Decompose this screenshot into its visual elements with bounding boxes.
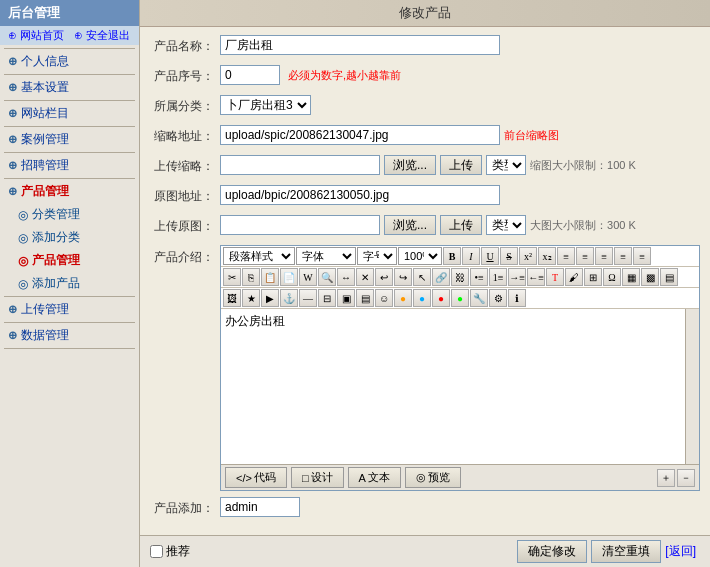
product-no-input[interactable] [220,65,280,85]
media-button[interactable]: ▶ [261,289,279,307]
sidebar-link-exit[interactable]: ⊕ 安全退出 [74,28,130,43]
select-button[interactable]: ↖ [413,268,431,286]
sidebar-item-columns[interactable]: ⊕ 网站栏目 [0,102,139,125]
superscript-button[interactable]: x² [519,247,537,265]
editor-content[interactable]: 办公房出租 [221,309,699,464]
outdent-button[interactable]: ←≡ [527,268,545,286]
paste-word-button[interactable]: W [299,268,317,286]
form-button[interactable]: ▣ [337,289,355,307]
colors3-button[interactable]: ● [413,289,431,307]
recommend-label: 推荐 [166,543,190,560]
bold-button[interactable]: B [443,247,461,265]
misc1-button[interactable]: 🔧 [470,289,488,307]
rule-button[interactable]: — [299,289,317,307]
paste-button[interactable]: 📋 [261,268,279,286]
more-btn2[interactable]: ▩ [641,268,659,286]
original-url-input[interactable] [220,185,500,205]
text-color-button[interactable]: T [546,268,564,286]
sidebar-item-category-mgmt[interactable]: ◎ 分类管理 [0,203,139,226]
find-button[interactable]: 🔍 [318,268,336,286]
colors4-button[interactable]: ● [432,289,450,307]
image-button[interactable]: 🖼 [223,289,241,307]
paragraph-style-select[interactable]: 段落样式 [223,247,295,265]
tab-text[interactable]: A 文本 [348,467,401,488]
size-select[interactable]: 字号 [357,247,397,265]
sidebar-item-data[interactable]: ⊕ 数据管理 [0,324,139,347]
replace-button[interactable]: ↔ [337,268,355,286]
align-justify-button[interactable]: ≡ [614,247,632,265]
confirm-button[interactable]: 确定修改 [517,540,587,563]
colors2-button[interactable]: ● [394,289,412,307]
product-name-input[interactable] [220,35,500,55]
back-link[interactable]: [返回] [665,543,696,560]
upload-thumb-path-input[interactable] [220,155,380,175]
anchor-button[interactable]: ⚓ [280,289,298,307]
misc3-button[interactable]: ℹ [508,289,526,307]
plus-icon: ⊕ [8,55,17,68]
misc2-button[interactable]: ⚙ [489,289,507,307]
align-right-button[interactable]: ≡ [595,247,613,265]
smiley-button[interactable]: ☺ [375,289,393,307]
align-center-button[interactable]: ≡ [576,247,594,265]
paste-text-button[interactable]: 📄 [280,268,298,286]
table2-button[interactable]: ⊟ [318,289,336,307]
bg-color-button[interactable]: 🖌 [565,268,583,286]
sidebar-item-personal[interactable]: ⊕ 个人信息 [0,50,139,73]
collapse-button[interactable]: － [677,469,695,487]
more-btn3[interactable]: ▤ [660,268,678,286]
sidebar-item-product-mgmt[interactable]: ◎ 产品管理 [0,249,139,272]
upload-original-button[interactable]: 上传 [440,215,482,235]
thumb-url-input[interactable] [220,125,500,145]
unlink-button[interactable]: ⛓ [451,268,469,286]
ul-button[interactable]: •≡ [470,268,488,286]
editor-scrollbar[interactable] [685,309,699,464]
thumb-link[interactable]: 前台缩略图 [504,128,559,143]
sidebar-item-recruit[interactable]: ⊕ 招聘管理 [0,154,139,177]
tab-design[interactable]: □ 设计 [291,467,344,488]
sidebar-item-basic[interactable]: ⊕ 基本设置 [0,76,139,99]
recommend-checkbox[interactable] [150,545,163,558]
reset-button[interactable]: 清空重填 [591,540,661,563]
underline-button[interactable]: U [481,247,499,265]
align-left-button[interactable]: ≡ [557,247,575,265]
category-select[interactable]: 卜厂房出租3 [220,95,311,115]
tab-preview[interactable]: ◎ 预览 [405,467,461,488]
subscript-button[interactable]: x₂ [538,247,556,265]
italic-button[interactable]: I [462,247,480,265]
sidebar-item-add-product[interactable]: ◎ 添加产品 [0,272,139,295]
link-button[interactable]: 🔗 [432,268,450,286]
indent-button[interactable]: →≡ [508,268,526,286]
special-char-button[interactable]: Ω [603,268,621,286]
sidebar-item-cases[interactable]: ⊕ 案例管理 [0,128,139,151]
sidebar-item-add-category[interactable]: ◎ 添加分类 [0,226,139,249]
cut2-button[interactable]: ✕ [356,268,374,286]
sidebar-link-home[interactable]: ⊕ 网站首页 [8,28,64,43]
undo-button[interactable]: ↩ [375,268,393,286]
more-align-button[interactable]: ≡ [633,247,651,265]
expand-button[interactable]: ＋ [657,469,675,487]
form2-button[interactable]: ▤ [356,289,374,307]
browse-original-button[interactable]: 浏览... [384,215,436,235]
table-button[interactable]: ⊞ [584,268,602,286]
browse-thumb-button[interactable]: 浏览... [384,155,436,175]
redo-button[interactable]: ↪ [394,268,412,286]
thumb-url-label: 缩略地址： [150,125,220,145]
tab-code[interactable]: </> 代码 [225,467,287,488]
ol-button[interactable]: 1≡ [489,268,507,286]
added-by-input[interactable] [220,497,300,517]
flash-button[interactable]: ★ [242,289,260,307]
sidebar-item-products[interactable]: ⊕ 产品管理 [0,180,139,203]
zoom-select[interactable]: 100% [398,247,442,265]
copy-button[interactable]: ⎘ [242,268,260,286]
cut-button[interactable]: ✂ [223,268,241,286]
upload-thumb-button[interactable]: 上传 [440,155,482,175]
category-label: 所属分类： [150,95,220,115]
upload-original-path-input[interactable] [220,215,380,235]
more-btn1[interactable]: ▦ [622,268,640,286]
strikethrough-button[interactable]: S [500,247,518,265]
font-select[interactable]: 字体 [296,247,356,265]
thumb-type-select[interactable]: 类型 [486,155,526,175]
original-type-select[interactable]: 类型 [486,215,526,235]
sidebar-item-upload[interactable]: ⊕ 上传管理 [0,298,139,321]
colors5-button[interactable]: ● [451,289,469,307]
